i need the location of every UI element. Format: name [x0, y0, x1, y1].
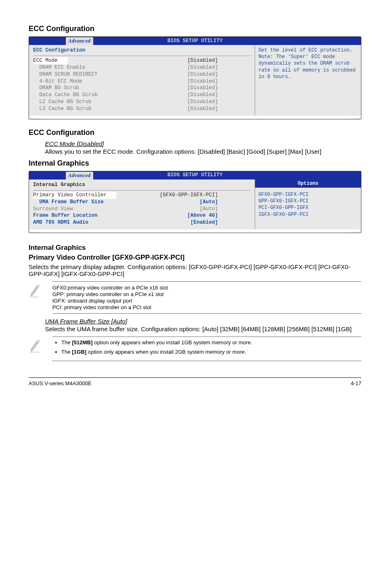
bios-row: Frame Buffer Location[Above 4G]	[33, 212, 251, 219]
bios-row-label: Surround View	[33, 206, 73, 213]
bios-row-value: [GFX0-GPP-IGFX-PCI]	[160, 192, 218, 199]
bios-right-panel: Set the level of ECC protection. Note: T…	[255, 45, 361, 119]
bios-left-subtitle: Internal Graphics	[33, 182, 251, 191]
glossary-line: GFX0:primary video controller on a PCIe …	[52, 285, 361, 291]
bios-row-value: [Above 4G]	[187, 212, 218, 219]
pencil-icon	[29, 337, 44, 355]
bios-panel-ecc: BIOS SETUP UTILITY Advanced ECC Configur…	[29, 36, 361, 119]
bios-row-label: UMA Frame Buffer Size	[33, 199, 104, 206]
ecc-mode-title: ECC Mode [Disabled]	[45, 140, 361, 147]
bios-row-label: DRAM ECC Enable	[33, 64, 85, 71]
bios-row-label: DRAM SCRUB REDIRECT	[33, 71, 98, 78]
bios-header: BIOS SETUP UTILITY Advanced	[29, 37, 361, 45]
bios-row-value: [Disabled]	[187, 64, 218, 71]
memory-note: The [512MB] option only appears when you…	[52, 337, 361, 361]
section-title-internal-graphics-1: Internal Graphics	[29, 159, 361, 168]
bios-row-value: [Auto]	[199, 199, 218, 206]
note-text: The	[61, 349, 72, 355]
bios-row: L2 Cache BG Scrub[Disabled]	[33, 99, 251, 105]
section-title-ecc-config-2: ECC Configuration	[29, 128, 361, 137]
bios-option-item: GFX0-GPP-IGFX-PCI	[258, 191, 358, 198]
note-bold: [1GB]	[72, 349, 86, 355]
bios-row-label: 4-Bit ECC Mode	[33, 78, 82, 85]
glossary-line: IGFX: onboard display output port	[52, 298, 361, 304]
section-title-ecc-config-1: ECC Configuration	[29, 25, 361, 33]
bios-row-value: [Auto]	[199, 206, 218, 213]
note-512mb: The [512MB] option only appears when you…	[61, 339, 361, 346]
bios-row: DRAM ECC Enable[Disabled]	[33, 64, 251, 71]
bios-row-value: [Disabled]	[187, 57, 218, 64]
bios-row: Primary Video Controller [GFX0-GPP-IGFX-…	[33, 192, 251, 199]
bios-row-label: Data Cache BG Scrub	[33, 92, 98, 99]
ecc-mode-body: Allows you to set the ECC mode. Configur…	[45, 148, 361, 155]
bios-help-text: Set the level of ECC protection. Note: T…	[258, 47, 356, 80]
bios-title-text: BIOS SETUP UTILITY	[167, 38, 222, 45]
pvc-title: Primary Video Controller [GFX0-GPP-IGFX-…	[29, 254, 361, 262]
note-text: option only appears when you install 1GB…	[93, 339, 252, 346]
pencil-icon	[29, 281, 44, 300]
bios-row: UMA Frame Buffer Size[Auto]	[33, 199, 251, 206]
bios-row-label: ECC Mode	[33, 57, 67, 64]
bios-row: DRAM SCRUB REDIRECT[Disabled]	[33, 71, 251, 78]
bios-row-value: [Enabled]	[191, 219, 218, 226]
svg-marker-2	[31, 341, 38, 352]
bios-row: DRAM BG Scrub[Disabled]	[33, 85, 251, 92]
bios-options-header: Options	[255, 180, 361, 188]
note-1gb: The [1GB] option only appears when you i…	[61, 349, 361, 355]
note-text: The	[61, 339, 72, 346]
note-text: option only appears when you install 2GB…	[86, 349, 246, 355]
bios-row-label: AMD 785 HDMI Audio	[33, 219, 88, 226]
glossary-line: PCI: primary video controller on a PCI s…	[52, 304, 361, 310]
bios-tab-advanced: Advanced	[66, 172, 93, 180]
bios-option-item: GPP-GFX0-IGFX-PCI	[258, 198, 358, 204]
bios-row-value: [Disabled]	[187, 105, 218, 112]
bios-row-label: L2 Cache BG Scrub	[33, 99, 92, 105]
svg-marker-0	[31, 286, 38, 296]
bios-option-item: PCI-GFX0-GPP-IGFX	[258, 204, 358, 211]
bios-row-label: L3 Cache BG Scrub	[33, 105, 92, 112]
footer-product: ASUS V-series M4A3000E	[29, 380, 92, 386]
bios-row: L3 Cache BG Scrub[Disabled]	[33, 105, 251, 112]
uma-title: UMA Frame Buffer Size [Auto]	[45, 318, 361, 325]
bios-title-text: BIOS SETUP UTILITY	[167, 172, 222, 179]
section-title-internal-graphics-2: Internal Graphics	[29, 244, 361, 252]
note-bold: [512MB]	[72, 339, 93, 346]
footer-page: 4-17	[351, 380, 361, 386]
bios-right-panel: Options GFX0-GPP-IGFX-PCI GPP-GFX0-IGFX-…	[255, 180, 361, 233]
bios-row-value: [Disabled]	[187, 71, 218, 78]
bios-row-label: Primary Video Controller	[33, 192, 117, 199]
bios-row-value: [Disabled]	[187, 92, 218, 99]
bios-panel-graphics: BIOS SETUP UTILITY Advanced Internal Gra…	[29, 171, 361, 233]
bios-row: 4-Bit ECC Mode[Disabled]	[33, 78, 251, 85]
glossary-line: GPP: primary video controller on a PCIe …	[52, 291, 361, 297]
bios-row-label: DRAM BG Scrub	[33, 85, 79, 92]
uma-body: Selects the UMA frame buffer size. Confi…	[45, 325, 361, 332]
bios-left-panel: Internal Graphics Primary Video Controll…	[29, 180, 255, 233]
bios-row: AMD 785 HDMI Audio[Enabled]	[33, 219, 251, 226]
bios-row: Surround View[Auto]	[33, 206, 251, 213]
bios-tab-advanced: Advanced	[66, 37, 93, 45]
bios-row-label: Frame Buffer Location	[33, 212, 98, 219]
pvc-body: Selects the primary display adapter. Con…	[29, 263, 361, 277]
bios-option-item: IGFX-GFX0-GPP-PCI	[258, 211, 358, 218]
bios-left-panel: ECC Configuration ECC Mode [Disabled] DR…	[29, 45, 255, 119]
bios-row-value: [Disabled]	[187, 85, 218, 92]
bios-row-value: [Disabled]	[187, 99, 218, 105]
glossary-note: GFX0:primary video controller on a PCIe …	[52, 281, 361, 314]
bios-header: BIOS SETUP UTILITY Advanced	[29, 171, 361, 180]
bios-row-value: [Disabled]	[187, 78, 218, 85]
bios-left-subtitle: ECC Configuration	[33, 47, 251, 56]
bios-row: ECC Mode [Disabled]	[33, 57, 251, 64]
bios-row: Data Cache BG Scrub[Disabled]	[33, 92, 251, 99]
